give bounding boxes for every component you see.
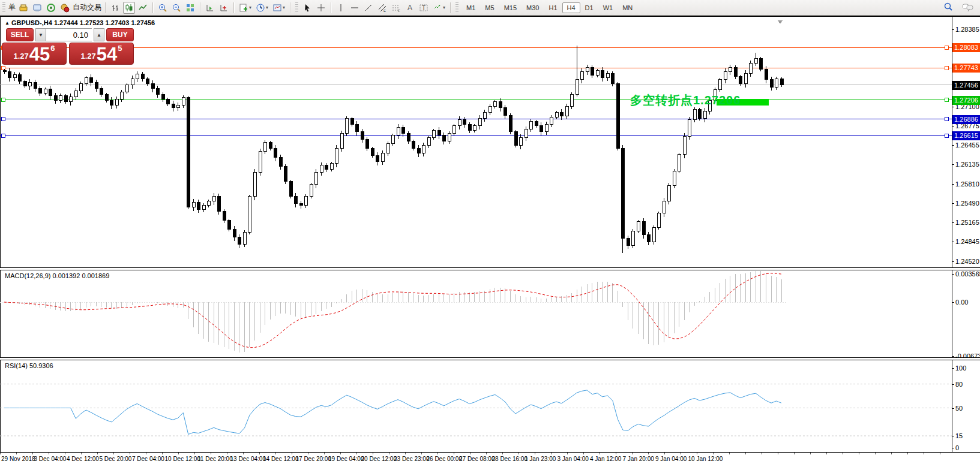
buy-quote-button[interactable]: 1.27 54 5 xyxy=(69,43,134,65)
line-handle[interactable] xyxy=(945,46,948,49)
buy-price-sup: 5 xyxy=(118,44,122,53)
trendline-icon[interactable] xyxy=(362,2,374,14)
new-order-label[interactable]: 单 xyxy=(8,2,16,13)
price-tick xyxy=(952,29,954,30)
candles xyxy=(3,46,783,253)
line-handle[interactable] xyxy=(945,134,948,137)
line-handle[interactable] xyxy=(945,98,948,102)
price-tick xyxy=(952,261,954,262)
dropdown-caret[interactable]: ▾ xyxy=(443,5,445,10)
dropdown-caret[interactable]: ▾ xyxy=(283,5,285,10)
new-order-icon[interactable] xyxy=(17,2,29,14)
toolbar-grip[interactable] xyxy=(2,2,5,13)
sell-price-small: 1.27 xyxy=(13,52,28,61)
price-tick xyxy=(952,203,954,204)
toolbar-separator xyxy=(331,2,331,13)
text-label-icon[interactable]: T xyxy=(418,2,430,14)
autotrading-icon[interactable] xyxy=(59,2,71,14)
timeframe-M30[interactable]: M30 xyxy=(522,2,544,13)
macd-tick xyxy=(952,356,954,357)
panel-separator[interactable] xyxy=(0,267,980,270)
sell-button[interactable]: SELL xyxy=(6,28,34,41)
timeframe-H4[interactable]: H4 xyxy=(562,2,580,13)
tile-windows-icon[interactable] xyxy=(184,2,196,14)
ohlc-high: 1.27523 xyxy=(80,19,104,26)
buy-button[interactable]: BUY xyxy=(106,28,134,41)
line-handle[interactable] xyxy=(945,117,948,121)
date-label: 29 Nov 2018 xyxy=(1,456,35,462)
toolbar-separator xyxy=(450,2,451,13)
sell-price-sup: 6 xyxy=(50,44,55,53)
macd-signal-line xyxy=(4,273,781,348)
date-label: 4 Dec 12:00 xyxy=(67,456,99,462)
auto-scroll-icon[interactable] xyxy=(204,2,216,14)
text-icon[interactable]: A xyxy=(404,2,416,14)
cursor-icon[interactable] xyxy=(301,2,313,14)
timeframe-M5[interactable]: M5 xyxy=(480,2,499,13)
volume-up-button[interactable]: ▲ xyxy=(94,28,104,41)
panel-separator[interactable] xyxy=(0,357,980,360)
date-ticks xyxy=(0,453,952,454)
rsi-tick xyxy=(952,384,954,385)
chart-shift-icon[interactable] xyxy=(218,2,230,14)
rsi-canvas[interactable] xyxy=(0,360,952,452)
line-handle[interactable] xyxy=(1,134,5,137)
macd-histogram xyxy=(4,271,781,352)
date-axis[interactable]: 29 Nov 20183 Dec 04:004 Dec 12:005 Dec 2… xyxy=(0,453,952,464)
line-handle[interactable] xyxy=(945,66,948,70)
dropdown-caret[interactable]: ▾ xyxy=(266,5,268,10)
line-handle[interactable] xyxy=(1,98,5,102)
rsi-tick xyxy=(952,436,954,436)
macd-canvas[interactable] xyxy=(0,270,952,357)
rsi-scale-15: 15 xyxy=(955,432,963,439)
timeframe-MN[interactable]: MN xyxy=(618,2,637,13)
timeframe-group: M1M5M15M30H1H4D1W1MN xyxy=(461,2,637,13)
sell-quote-button[interactable]: 1.27 45 6 xyxy=(2,43,67,65)
search-icon[interactable] xyxy=(942,1,955,13)
charts-icon[interactable] xyxy=(31,2,43,14)
date-label: 17 Dec 20:00 xyxy=(296,456,332,462)
volume-down-button[interactable]: ▼ xyxy=(35,28,46,41)
horizontal-line-icon[interactable] xyxy=(349,2,361,14)
toolbar-grip[interactable] xyxy=(455,2,458,13)
timeframe-M15[interactable]: M15 xyxy=(499,2,522,13)
zoom-in-icon[interactable] xyxy=(157,2,169,14)
annotation-text[interactable]: 多空转折点1.27206 xyxy=(630,92,741,109)
equidistant-channel-icon[interactable]: E xyxy=(376,2,388,14)
autotrading-label[interactable]: 自动交易 xyxy=(73,2,101,13)
fibonacci-icon[interactable]: F xyxy=(390,2,402,14)
volume-input[interactable]: 0.10 xyxy=(46,28,92,41)
date-label: 10 Jan 12:00 xyxy=(688,456,723,462)
main-chart-canvas[interactable] xyxy=(0,17,952,267)
chart-shift-marker[interactable] xyxy=(778,20,783,24)
toolbar-grip[interactable] xyxy=(295,2,298,13)
date-label: 3 Jan 04:00 xyxy=(558,456,589,462)
timeframe-W1[interactable]: W1 xyxy=(598,2,618,13)
price-tick xyxy=(952,184,954,185)
vertical-line-icon[interactable] xyxy=(335,2,347,14)
zoom-out-icon[interactable] xyxy=(170,2,182,14)
timeframe-H1[interactable]: H1 xyxy=(544,2,562,13)
rsi-line xyxy=(4,390,781,435)
price-tick xyxy=(952,222,954,223)
candlestick-chart-icon[interactable] xyxy=(123,2,135,14)
price-tick-label: 1.26455 xyxy=(955,141,979,149)
line-handle[interactable] xyxy=(1,117,5,121)
ohlc-low: 1.27403 xyxy=(106,19,130,26)
dropdown-caret[interactable]: ▾ xyxy=(249,5,251,10)
signal-icon[interactable] xyxy=(45,2,57,14)
periods-icon[interactable]: ▾ xyxy=(254,2,269,14)
price-tick-label: 1.25810 xyxy=(955,180,979,188)
chart-title: ▲ GBPUSD-,H4 1.27444 1.27523 1.27403 1.2… xyxy=(5,19,155,26)
add-indicator-icon[interactable]: ▾ xyxy=(238,2,253,14)
line-chart-icon[interactable] xyxy=(137,2,149,14)
bar-chart-icon[interactable] xyxy=(109,2,121,14)
chat-icon[interactable] xyxy=(961,1,975,13)
up-triangle-icon: ▲ xyxy=(5,20,10,26)
timeframe-M1[interactable]: M1 xyxy=(461,2,480,13)
timeframe-D1[interactable]: D1 xyxy=(580,2,598,13)
templates-icon[interactable]: ▾ xyxy=(271,2,286,14)
date-label: 19 Dec 04:00 xyxy=(328,456,364,462)
arrows-icon[interactable]: ▾ xyxy=(431,2,446,14)
crosshair-icon[interactable] xyxy=(315,2,327,14)
